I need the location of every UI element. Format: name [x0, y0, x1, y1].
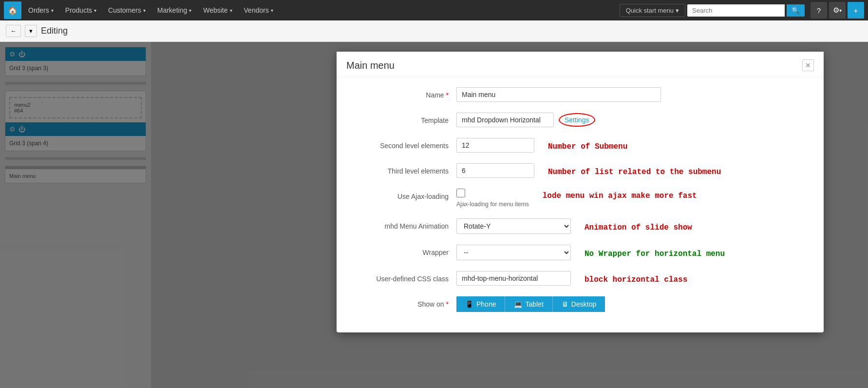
products-label: Products [65, 6, 92, 14]
navbar-right: ? ⚙▾ + [811, 2, 864, 19]
show-on-buttons: 📱 Phone 💻 Tablet 🖥 Desktop [456, 296, 605, 312]
ajax-checkbox-group: Ajax-loading for menu items [456, 189, 529, 208]
website-label: Website [203, 6, 227, 14]
plus-icon: + [854, 6, 858, 15]
marketing-label: Marketing [157, 6, 187, 14]
animation-row: mhd Menu Animation Rotate-Y Slide Fade N… [351, 218, 809, 234]
wrapper-container: -- Container Fluid No Wrapper for horizo… [456, 245, 725, 260]
template-field-container: Settings [456, 113, 661, 127]
help-button[interactable]: ? [811, 2, 827, 19]
desktop-label: Desktop [571, 300, 596, 308]
back-icon: ← [10, 27, 17, 35]
second-level-label: Second level elements [351, 138, 449, 150]
second-level-container: Number of Submenu [456, 138, 627, 153]
marketing-arrow: ▾ [189, 8, 191, 13]
settings-link[interactable]: Settings [559, 113, 595, 127]
customers-label: Customers [108, 6, 141, 14]
wrapper-label: Wrapper [351, 245, 449, 256]
tablet-icon: 💻 [514, 300, 522, 308]
third-level-input[interactable] [456, 163, 534, 178]
css-class-label: User-defined CSS class [351, 271, 449, 283]
vendors-arrow: ▾ [271, 8, 273, 13]
page-title: Editing [41, 26, 68, 36]
template-input[interactable] [456, 113, 554, 127]
search-input[interactable] [687, 4, 785, 17]
orders-arrow: ▾ [51, 8, 54, 13]
show-on-required: * [446, 300, 449, 308]
desktop-icon: 🖥 [562, 300, 568, 308]
orders-label: Orders [28, 6, 49, 14]
wrapper-select[interactable]: -- Container Fluid [456, 245, 571, 260]
show-on-desktop[interactable]: 🖥 Desktop [553, 296, 605, 312]
second-level-input[interactable] [456, 138, 534, 153]
css-class-row: User-defined CSS class block horizontal … [351, 271, 809, 286]
wrapper-row: Wrapper -- Container Fluid No Wrapper fo… [351, 245, 809, 260]
name-field-container [456, 87, 661, 102]
customers-arrow: ▾ [143, 8, 146, 13]
customers-menu[interactable]: Customers ▾ [103, 3, 151, 17]
name-input[interactable] [456, 87, 661, 102]
quickstart-label: Quick start menu [626, 7, 674, 14]
quickstart-button[interactable]: Quick start menu ▾ [620, 4, 685, 17]
third-level-container: Number of list related to the submenu [456, 163, 721, 178]
ajax-row: Use Ajax-loading Ajax-loading for menu i… [351, 189, 809, 208]
dropdown-icon: ▾ [29, 27, 33, 35]
wrapper-annotation: No Wrapper for horizontal menu [585, 247, 725, 258]
main-menu-modal: Main menu ✕ Name * Template [337, 52, 824, 332]
ajax-note: Ajax-loading for menu items [456, 201, 529, 208]
animation-container: Rotate-Y Slide Fade None Animation of sl… [456, 218, 692, 234]
animation-label: mhd Menu Animation [351, 218, 449, 230]
quickstart-arrow: ▾ [676, 7, 679, 14]
modal-title: Main menu [346, 60, 395, 71]
show-on-label: Show on * [351, 296, 449, 308]
dropdown-button[interactable]: ▾ [25, 25, 37, 37]
show-on-row: Show on * 📱 Phone 💻 Tablet 🖥 Desktop [351, 296, 809, 312]
ajax-label: Use Ajax-loading [351, 189, 449, 200]
animation-select[interactable]: Rotate-Y Slide Fade None [456, 218, 571, 234]
orders-menu[interactable]: Orders ▾ [23, 3, 58, 17]
modal-body: Name * Template Settings [337, 78, 824, 332]
animation-annotation: Animation of slide show [585, 220, 692, 232]
template-row: Template Settings [351, 113, 809, 127]
name-required: * [446, 91, 449, 99]
main-content: ⚙ ⏻ Grid 3 (span 3) menu2 #64 ⚙ ⏻ Grid [0, 42, 868, 388]
second-level-row: Second level elements Number of Submenu [351, 138, 809, 153]
vendors-menu[interactable]: Vendors ▾ [239, 3, 278, 17]
third-level-annotation: Number of list related to the submenu [548, 165, 721, 176]
css-class-container: block horizontal class [456, 271, 687, 286]
name-label: Name * [351, 87, 449, 99]
show-on-tablet[interactable]: 💻 Tablet [505, 296, 552, 312]
name-row: Name * [351, 87, 809, 102]
modal-close-button[interactable]: ✕ [802, 59, 814, 71]
settings-icon: ⚙ [833, 6, 839, 15]
css-class-annotation: block horizontal class [585, 272, 687, 284]
phone-label: Phone [476, 300, 496, 308]
close-icon: ✕ [805, 61, 811, 69]
tablet-label: Tablet [525, 300, 543, 308]
template-label: Template [351, 113, 449, 124]
settings-button[interactable]: ⚙▾ [829, 2, 846, 19]
products-arrow: ▾ [94, 8, 96, 13]
third-level-label: Third level elements [351, 163, 449, 175]
third-level-row: Third level elements Number of list rela… [351, 163, 809, 178]
modal-header: Main menu ✕ [337, 52, 824, 78]
ajax-container: Ajax-loading for menu items lode menu wi… [456, 189, 697, 208]
back-button[interactable]: ← [6, 25, 21, 37]
search-icon: 🔍 [792, 7, 800, 14]
search-button[interactable]: 🔍 [787, 4, 805, 17]
help-icon: ? [817, 6, 821, 15]
second-level-annotation: Number of Submenu [548, 139, 627, 151]
phone-icon: 📱 [465, 300, 473, 308]
add-button[interactable]: + [848, 2, 864, 19]
css-class-input[interactable] [456, 271, 571, 286]
subheader: ← ▾ Editing [0, 20, 868, 42]
marketing-menu[interactable]: Marketing ▾ [152, 3, 196, 17]
website-arrow: ▾ [230, 8, 232, 13]
website-menu[interactable]: Website ▾ [198, 3, 237, 17]
ajax-checkbox[interactable] [456, 189, 465, 197]
vendors-label: Vendors [244, 6, 269, 14]
home-button[interactable]: 🏠 [4, 1, 21, 19]
products-menu[interactable]: Products ▾ [60, 3, 101, 17]
show-on-phone[interactable]: 📱 Phone [456, 296, 505, 312]
navbar: 🏠 Orders ▾ Products ▾ Customers ▾ Market… [0, 0, 868, 20]
